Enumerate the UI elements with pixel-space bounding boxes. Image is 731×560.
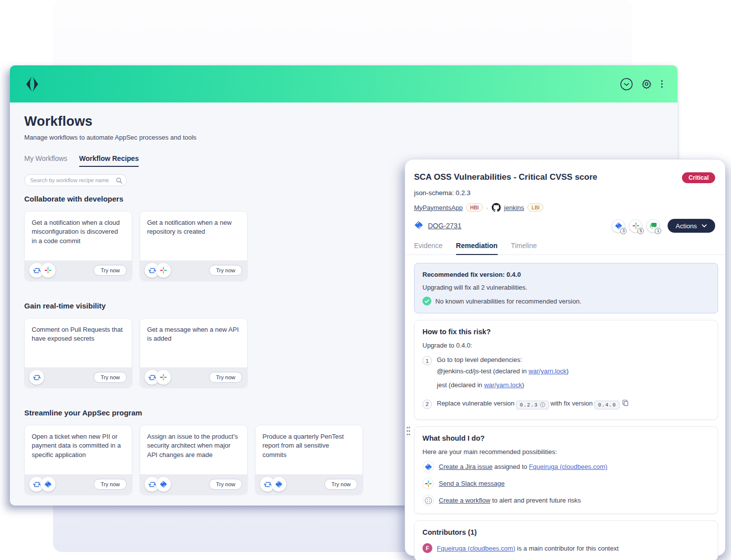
search-icon — [116, 177, 122, 186]
step-number: 2 — [422, 400, 432, 409]
what-should-i-do-intro: Here are your main recommended possibili… — [422, 448, 710, 456]
recipe-description: Get a notification when a cloud misconfi… — [25, 211, 132, 246]
step-line: @jenkins-cd/js-test (declared in war/yar… — [437, 367, 569, 376]
jira-integration-chip[interactable]: 3 — [612, 219, 625, 233]
try-now-button[interactable]: Try now — [209, 372, 242, 383]
inline-link[interactable]: Fqueiruga (cloudbees.com) — [437, 545, 515, 552]
recipe-description: Assign an issue to the product's securit… — [140, 425, 247, 459]
vulnerability-title: SCA OSS Vulnerabilities - Critical CVSS … — [414, 172, 597, 182]
copy-icon[interactable] — [622, 399, 629, 407]
severity-badge: Critical — [682, 172, 715, 183]
what-should-i-do-heading: What should I do? — [422, 434, 710, 442]
repository-link[interactable]: jenkins — [504, 204, 524, 211]
recipe-card: Get a notification when a new repository… — [140, 211, 248, 281]
recommended-fix-body: Upgrading will fix all 2 vulnerabilities… — [422, 284, 710, 291]
try-now-button[interactable]: Try now — [324, 479, 358, 490]
recommended-action-item: Create a Jira issue assigned to Fqueirug… — [422, 461, 710, 472]
contributors-heading: Contributors (1) — [422, 528, 710, 536]
try-now-button[interactable]: Try now — [94, 479, 127, 490]
what-should-i-do-card: What should I do? Here are your main rec… — [414, 426, 718, 514]
step-line: Go to top level dependencies: — [437, 356, 569, 364]
inline-link[interactable]: Send a Slack message — [439, 480, 505, 487]
fix-step: 2Replace vulnerable version 0.2.3 with f… — [422, 399, 710, 412]
integration-count-badge: 1 — [655, 228, 661, 234]
try-now-button[interactable]: Try now — [209, 265, 242, 276]
integration-count-badge: 5 — [637, 228, 644, 234]
recipe-description: Produce a quarterly PenTest report from … — [256, 425, 363, 459]
slack-icon — [422, 478, 434, 489]
recommended-fix-note: No known vulnerabilities for recommended… — [435, 298, 581, 305]
inline-link[interactable]: war/yarn.lock — [484, 381, 522, 389]
ticket-link[interactable]: DOG-2731 — [428, 222, 462, 230]
cloudbees-icon — [29, 370, 44, 385]
action-text: Create a Jira issue assigned to Fqueirug… — [439, 463, 607, 470]
comments-integration-chip[interactable]: 1 — [646, 219, 660, 233]
contributor-text: Fqueiruga (cloudbees.com) is a main cont… — [437, 545, 619, 552]
vulnerability-tabs: EvidenceRemediationTimeline — [405, 233, 725, 255]
panel-tab-remediation[interactable]: Remediation — [456, 242, 498, 255]
slack-icon — [41, 263, 55, 278]
page-title: Workflows — [24, 114, 678, 129]
info-icon[interactable] — [540, 402, 545, 407]
screen: Workflows Manage workflows to automate A… — [0, 0, 731, 560]
settings-gear-icon[interactable] — [641, 79, 652, 89]
package-version: json-schema: 0.2.3 — [414, 189, 715, 197]
tab-my-workflows[interactable]: My Workflows — [24, 154, 67, 167]
try-now-button[interactable]: Try now — [94, 265, 127, 276]
recommended-actions-list: Create a Jira issue assigned to Fqueirug… — [422, 461, 710, 506]
recipe-card: Produce a quarterly PenTest report from … — [255, 425, 363, 495]
remediation-content: Recommended fix version: 0.4.0 Upgrading… — [405, 255, 725, 560]
tab-workflow-recipes[interactable]: Workflow Recipes — [79, 154, 139, 167]
app-logo-icon — [24, 75, 41, 94]
recommended-fix-box: Recommended fix version: 0.4.0 Upgrading… — [414, 263, 718, 313]
recommended-fix-title: Recommended fix version: 0.4.0 — [422, 271, 710, 278]
user-menu-chevron-icon[interactable] — [620, 78, 633, 91]
context-links-row: MyPaymentsApp HBI · jenkins LBI — [414, 203, 715, 212]
action-text: Create a workflow to alert and prevent f… — [439, 497, 581, 504]
recipe-description: Open a ticket when new PII or payment da… — [25, 425, 132, 459]
recipe-card: Assign an issue to the product's securit… — [140, 425, 248, 495]
search-input[interactable] — [24, 174, 127, 186]
recommended-action-item: Send a Slack message — [422, 478, 710, 489]
recipe-description: Comment on Pull Requests that have expos… — [25, 318, 132, 344]
vulnerability-header: SCA OSS Vulnerabilities - Critical CVSS … — [405, 159, 725, 233]
workflow-icon — [422, 495, 434, 506]
integration-count-badge: 3 — [620, 228, 627, 234]
app-header-bar — [10, 65, 678, 102]
try-now-button[interactable]: Try now — [94, 372, 127, 383]
how-to-fix-intro: Upgrade to 0.4.0: — [422, 342, 710, 349]
panel-tab-evidence[interactable]: Evidence — [414, 242, 443, 255]
jira-icon — [41, 477, 55, 492]
fix-steps: 1Go to top level dependencies:@jenkins-c… — [422, 356, 710, 412]
repo-risk-badge: LBI — [527, 204, 543, 211]
recipe-card: Get a notification when a cloud misconfi… — [24, 211, 132, 281]
application-link[interactable]: MyPaymentsApp — [414, 204, 463, 211]
recipe-card: Comment on Pull Requests that have expos… — [24, 318, 132, 388]
panel-drag-handle[interactable] — [407, 427, 412, 437]
version-chip: 0.2.3 — [516, 401, 549, 410]
jira-icon — [422, 461, 434, 472]
contributors-card: Contributors (1) F Fqueiruga (cloudbees.… — [414, 520, 718, 560]
inline-link[interactable]: war/yarn.lock — [528, 367, 567, 375]
inline-link[interactable]: Create a Jira issue — [439, 463, 492, 470]
slack-icon — [156, 263, 171, 278]
kebab-menu-icon[interactable] — [660, 79, 664, 89]
recipe-card: Open a ticket when new PII or payment da… — [24, 425, 132, 495]
how-to-fix-heading: How to fix this risk? — [422, 328, 710, 336]
actions-button[interactable]: Actions — [668, 219, 715, 233]
workflow-search — [24, 174, 127, 186]
panel-tab-timeline[interactable]: Timeline — [511, 242, 537, 255]
inline-link[interactable]: Fqueiruga (cloudbees.com) — [529, 463, 607, 470]
try-now-button[interactable]: Try now — [209, 479, 242, 490]
contributor-avatar: F — [422, 543, 432, 553]
check-circle-icon — [422, 297, 431, 305]
recommended-action-item: Create a workflow to alert and prevent f… — [422, 495, 710, 506]
inline-link[interactable]: Create a workflow — [439, 497, 490, 504]
integration-chips: 351Actions — [612, 219, 715, 233]
jira-icon — [271, 477, 286, 492]
recipe-description: Get a notification when a new repository… — [140, 211, 247, 237]
jira-icon — [414, 220, 423, 231]
slack-icon — [156, 370, 171, 385]
action-text: Send a Slack message — [439, 480, 505, 487]
slack-integration-chip[interactable]: 5 — [629, 219, 642, 233]
